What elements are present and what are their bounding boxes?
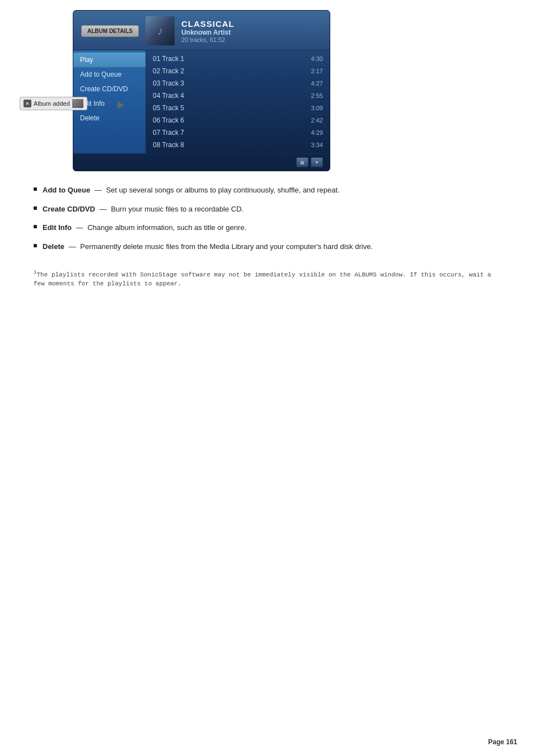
track-duration: 4:30 <box>311 55 323 62</box>
panel-content: Play Add to Queue Create CD/DVD Edit Inf… <box>73 50 330 153</box>
album-details-button[interactable]: ALBUM DETAILS <box>81 25 139 37</box>
track-name: 05 Track 5 <box>153 104 311 112</box>
view-toggle-1[interactable]: ▦ <box>296 157 308 167</box>
track-name: 07 Track 7 <box>153 129 311 137</box>
help-text: Delete — Permanently delete music files … <box>43 241 373 252</box>
track-row[interactable]: 04 Track 42:55 <box>146 90 330 102</box>
track-name: 08 Track 8 <box>153 141 311 149</box>
album-meta: 20 tracks, 61:52 <box>181 36 322 43</box>
help-term: Delete <box>43 242 64 251</box>
track-duration: 3:34 <box>311 142 323 148</box>
track-row[interactable]: 01 Track 14:30 <box>146 53 330 65</box>
album-artist: Unknown Artist <box>181 29 322 36</box>
help-description: Set up several songs or albums to play c… <box>106 186 339 194</box>
page-number: Page 161 <box>488 738 517 746</box>
help-item: Create CD/DVD — Burn your music files to… <box>34 204 500 215</box>
track-row[interactable]: 08 Track 83:34 <box>146 139 330 151</box>
track-duration: 3:09 <box>311 105 323 111</box>
album-info: CLASSICAL Unknown Artist 20 tracks, 61:5… <box>181 19 322 43</box>
panel-header: ALBUM DETAILS ♪ CLASSICAL Unknown Artist… <box>73 11 330 50</box>
close-button[interactable]: × <box>24 100 31 107</box>
menu-item-create-cd-dvd[interactable]: Create CD/DVD <box>73 82 146 96</box>
track-name: 01 Track 1 <box>153 55 311 63</box>
bullet-icon <box>34 206 37 210</box>
help-dash: — <box>74 223 85 232</box>
album-icon <box>72 99 83 108</box>
help-term: Create CD/DVD <box>43 205 95 213</box>
help-dash: — <box>92 186 104 194</box>
help-text: Edit Info — Change album information, su… <box>43 222 246 233</box>
footnote-text: The playlists recorded with SonicStage s… <box>34 271 491 288</box>
panel-bottom: ▦ ▼ <box>73 153 330 171</box>
help-item: Delete — Permanently delete music files … <box>34 241 500 252</box>
footnote: 1The playlists recorded with SonicStage … <box>17 269 517 289</box>
notification-text: Album added <box>34 100 70 107</box>
track-list: 01 Track 14:3002 Track 22:1703 Track 34:… <box>146 50 330 153</box>
help-item: Edit Info — Change album information, su… <box>34 222 500 233</box>
help-text: Add to Queue — Set up several songs or a… <box>43 185 340 196</box>
help-term: Add to Queue <box>43 186 90 194</box>
help-term: Edit Info <box>43 223 72 232</box>
track-duration: 2:17 <box>311 68 323 74</box>
bullet-icon <box>34 187 37 191</box>
track-row[interactable]: 03 Track 34:27 <box>146 77 330 90</box>
menu-item-play[interactable]: Play <box>73 53 146 67</box>
track-row[interactable]: 02 Track 22:17 <box>146 65 330 77</box>
track-row[interactable]: 05 Track 53:09 <box>146 102 330 114</box>
app-window: × Album added ALBUM DETAILS ♪ CLASSICAL … <box>73 10 330 171</box>
help-description: Change album information, such as title … <box>87 223 246 232</box>
help-description: Burn your music files to a recordable CD… <box>111 205 243 213</box>
help-text: Create CD/DVD — Burn your music files to… <box>43 204 243 215</box>
track-row[interactable]: 06 Track 62:42 <box>146 114 330 126</box>
track-duration: 4:27 <box>311 80 323 87</box>
bullet-icon <box>34 244 37 247</box>
album-added-notification: × Album added <box>20 97 87 110</box>
main-panel: ALBUM DETAILS ♪ CLASSICAL Unknown Artist… <box>73 10 330 171</box>
track-row[interactable]: 07 Track 74:29 <box>146 126 330 139</box>
track-name: 04 Track 4 <box>153 92 311 100</box>
track-duration: 2:55 <box>311 92 323 99</box>
album-genre: CLASSICAL <box>181 19 322 29</box>
help-section: Add to Queue — Set up several songs or a… <box>17 171 517 269</box>
view-toggle-2[interactable]: ▼ <box>311 157 323 167</box>
track-name: 02 Track 2 <box>153 67 311 75</box>
track-name: 03 Track 3 <box>153 79 311 87</box>
help-item: Add to Queue — Set up several songs or a… <box>34 185 500 196</box>
track-duration: 4:29 <box>311 129 323 136</box>
help-dash: — <box>67 242 78 251</box>
help-description: Permanently delete music files from the … <box>80 242 373 251</box>
track-duration: 2:42 <box>311 117 323 124</box>
help-dash: — <box>97 205 109 213</box>
track-name: 06 Track 6 <box>153 116 311 124</box>
menu-item-delete[interactable]: Delete <box>73 111 146 125</box>
album-art: ♪ <box>146 16 175 45</box>
arrow-icon <box>118 101 124 109</box>
bullet-icon <box>34 225 37 228</box>
menu-item-add-to-queue[interactable]: Add to Queue <box>73 67 146 82</box>
